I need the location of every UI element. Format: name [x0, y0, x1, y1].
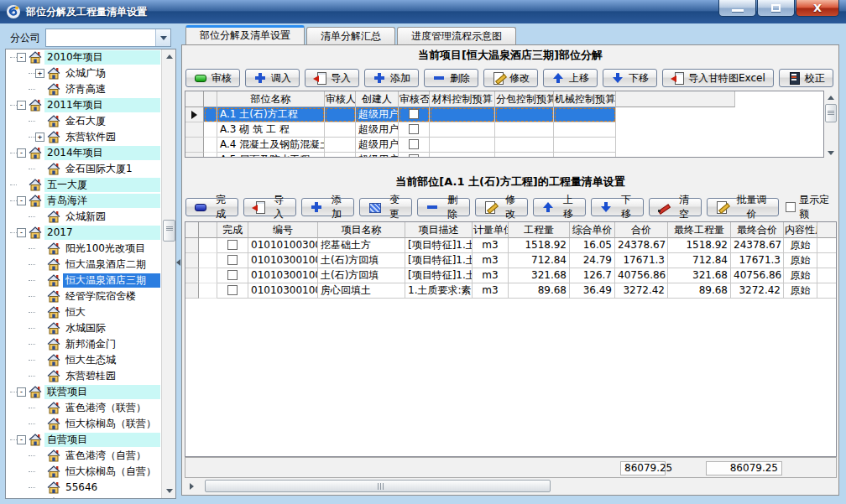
- tree-item[interactable]: +众城广场: [7, 65, 160, 81]
- move-down-button[interactable]: 下移: [591, 198, 644, 216]
- finish-checkbox[interactable]: [227, 240, 238, 250]
- move-up-button[interactable]: 上移: [533, 198, 586, 216]
- tree-item[interactable]: -青岛海洋: [7, 193, 160, 209]
- tree-item[interactable]: 东营碧桂园: [7, 368, 160, 384]
- review-checkbox[interactable]: [409, 154, 419, 158]
- home-icon: [29, 434, 42, 446]
- minimize-button[interactable]: [718, 0, 756, 17]
- tab-3[interactable]: 进度管理流程示意图: [397, 27, 516, 44]
- tree-item[interactable]: 金石国际大厦1: [7, 161, 160, 177]
- tree-item[interactable]: 五一大厦: [7, 177, 160, 193]
- finish-checkbox[interactable]: [227, 255, 238, 265]
- tree-item[interactable]: 恒大棕榈岛（联营）: [7, 416, 160, 432]
- table-row[interactable]: A.3 砌 筑 工 程超级用户: [185, 122, 616, 138]
- tree-item[interactable]: 恒大: [7, 304, 160, 320]
- review-checkbox[interactable]: [409, 139, 419, 149]
- tree-item[interactable]: 金石大厦: [7, 113, 160, 129]
- tree-item[interactable]: 经管学院宿舍楼: [7, 288, 160, 304]
- tree-item[interactable]: -2014年项目: [7, 145, 160, 161]
- close-button[interactable]: X: [796, 0, 839, 17]
- tree-expand-expand-icon[interactable]: +: [35, 69, 44, 78]
- tree-expand-collapse-icon[interactable]: -: [17, 387, 26, 397]
- tree-item[interactable]: -联营项目: [7, 384, 160, 400]
- import-button[interactable]: 导入: [243, 198, 296, 216]
- table-row[interactable]: 010103001001土(石)方回填[项目特征]1.土m3712.8424.7…: [185, 253, 837, 268]
- delete-button[interactable]: 删除: [424, 69, 478, 87]
- finish-checkbox[interactable]: [227, 285, 238, 295]
- tree-item[interactable]: 蓝色港湾（自营）: [7, 448, 160, 464]
- add-button[interactable]: 添加: [364, 69, 419, 87]
- tree-item-partial[interactable]: [7, 496, 160, 498]
- show-quota-option[interactable]: 显示定额: [786, 193, 837, 221]
- tree-expand-collapse-icon[interactable]: -: [17, 435, 26, 444]
- move-down-button[interactable]: 下移: [603, 69, 657, 87]
- hscroll-thumb[interactable]: [205, 480, 551, 492]
- review-checkbox[interactable]: [409, 109, 419, 119]
- table-row[interactable]: A.4 混凝土及钢筋混凝土超级用户: [185, 138, 616, 153]
- tree-item[interactable]: 济青高速: [7, 81, 160, 97]
- tree-expand-collapse-icon[interactable]: -: [17, 228, 26, 237]
- call-in-button[interactable]: 调入: [245, 69, 300, 87]
- scroll-up-button[interactable]: [162, 49, 176, 64]
- tab-1[interactable]: 部位分解及清单设置: [185, 25, 305, 44]
- review-button[interactable]: 审核: [185, 69, 240, 87]
- tree-expand-expand-icon[interactable]: +: [35, 132, 44, 142]
- branch-combobox-dropdown-button[interactable]: [155, 29, 170, 46]
- tree-scrollbar-thumb[interactable]: [163, 220, 175, 242]
- show-quota-checkbox[interactable]: [786, 202, 796, 212]
- tree-item[interactable]: -2011年项目: [7, 97, 160, 113]
- review-checkbox[interactable]: [409, 124, 419, 134]
- table-row[interactable]: 010101003001挖基础土方[项目特征]1.土m31518.9216.05…: [185, 238, 837, 253]
- finish-checkbox[interactable]: [227, 270, 238, 280]
- tree-item[interactable]: 水城国际: [7, 320, 160, 336]
- tree-item[interactable]: 55646: [7, 480, 160, 496]
- import-gantt-excel-button[interactable]: 导入甘特图Excel: [662, 69, 774, 87]
- tree-item[interactable]: -2017: [7, 225, 160, 241]
- parts-grid-vertical-scrollbar[interactable]: [824, 91, 838, 160]
- add-button[interactable]: 添加: [301, 198, 354, 216]
- tree-item[interactable]: 蓝色港湾（联营）: [7, 400, 160, 416]
- change-button[interactable]: 变更: [359, 198, 412, 216]
- modify-button[interactable]: 修改: [475, 198, 528, 216]
- plus-icon: [310, 200, 323, 214]
- table-row[interactable]: 010103001002土(石)方回填[项目特征]1.土m3321.68126.…: [185, 268, 837, 283]
- horizontal-scrollbar[interactable]: [185, 479, 837, 493]
- move-up-button[interactable]: 上移: [543, 69, 598, 87]
- tree-item[interactable]: 新邦涌金门: [7, 336, 160, 352]
- scroll-down-button[interactable]: [162, 484, 176, 498]
- tree-item[interactable]: 恒大生态城: [7, 352, 160, 368]
- tree-expand-collapse-icon[interactable]: -: [17, 196, 26, 205]
- scroll-up-button[interactable]: [824, 91, 838, 105]
- batch-price-button[interactable]: 批量调价: [707, 198, 779, 216]
- calibrate-button[interactable]: 校正: [779, 69, 833, 87]
- tree-vertical-scrollbar[interactable]: [161, 49, 175, 498]
- branch-combobox[interactable]: [45, 29, 171, 47]
- finish-button[interactable]: 完成: [185, 198, 238, 216]
- tree-item[interactable]: 恒大棕榈岛（自营）: [7, 464, 160, 480]
- tree-expand-collapse-icon[interactable]: -: [17, 53, 26, 62]
- tree-item[interactable]: 恒大温泉酒店三期: [7, 273, 160, 288]
- tree-item[interactable]: 众城新园: [7, 209, 160, 225]
- tab-2[interactable]: 清单分解汇总: [306, 27, 395, 44]
- splitter-collapse-arrow-icon[interactable]: [176, 259, 180, 266]
- clear-button[interactable]: 清空: [649, 198, 702, 216]
- parts-scrollbar-thumb[interactable]: [825, 104, 837, 122]
- modify-button[interactable]: 修改: [483, 69, 538, 87]
- tree-item[interactable]: 阳光100光改项目: [7, 241, 160, 257]
- tree-expand-collapse-icon[interactable]: -: [17, 101, 26, 110]
- table-row[interactable]: A.5 屋面及防水工程超级用户: [185, 153, 616, 158]
- home-icon: [47, 322, 60, 335]
- title-bar[interactable]: 部位分解及工程量清单设置 X: [0, 0, 846, 23]
- scroll-down-button[interactable]: [824, 146, 838, 160]
- import-button[interactable]: 导入: [305, 69, 359, 87]
- tree-item[interactable]: 恒大温泉酒店二期: [7, 257, 160, 273]
- tree-item[interactable]: +东营软件园: [7, 129, 160, 145]
- maximize-button[interactable]: [757, 0, 795, 17]
- tree-item[interactable]: -自营项目: [7, 432, 160, 448]
- table-row[interactable]: 010103001003房心回填土1.土质要求:素m389.6836.49327…: [185, 283, 837, 299]
- tree-expand-collapse-icon[interactable]: -: [17, 148, 26, 158]
- table-row[interactable]: A.1 土(石)方工程超级用户: [185, 107, 616, 122]
- scroll-right-button[interactable]: [185, 479, 199, 493]
- tree-item[interactable]: -2010年项目: [7, 49, 160, 65]
- delete-button[interactable]: 删除: [417, 198, 470, 216]
